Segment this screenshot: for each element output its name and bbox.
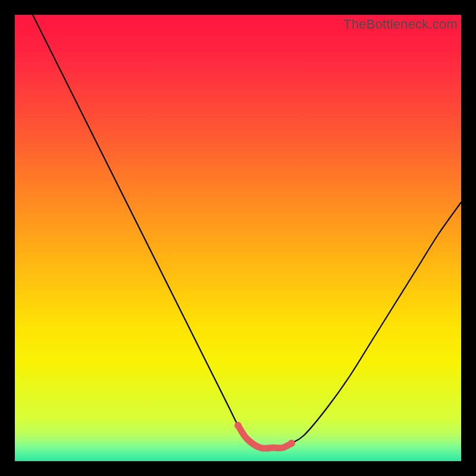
bottleneck-curve (33, 15, 461, 449)
highlight-start-dot (234, 422, 242, 429)
plot-area: TheBottleneck.com (15, 15, 461, 461)
highlight-end-dot (288, 440, 295, 447)
curve-layer (15, 15, 461, 461)
optimal-range-highlight (238, 425, 292, 449)
chart-frame: TheBottleneck.com (0, 0, 476, 476)
